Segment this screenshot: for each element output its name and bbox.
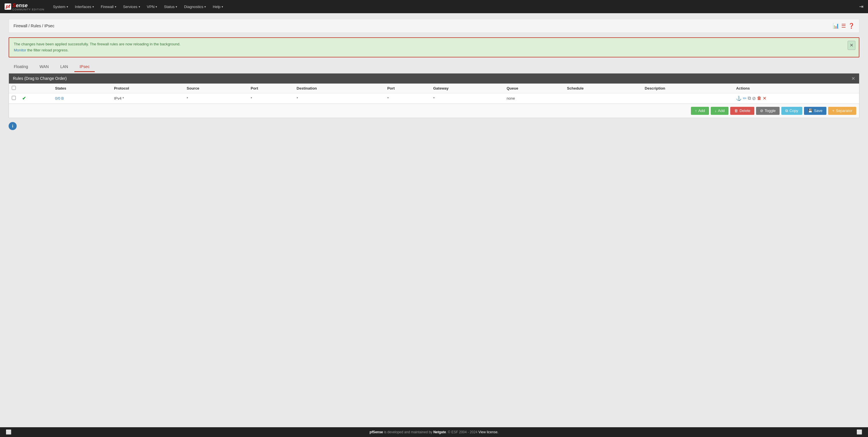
row-schedule-cell <box>564 93 642 103</box>
rules-table: States Protocol Source Port Destination … <box>9 84 859 104</box>
edit-icon[interactable]: ✏ <box>743 96 747 101</box>
col-dst-port: Port <box>384 84 430 93</box>
cancel-icon[interactable]: ✕ <box>763 96 766 101</box>
tab-wan[interactable]: WAN <box>34 62 54 72</box>
table-close-icon[interactable]: ✕ <box>851 76 855 81</box>
alert-close-button[interactable]: ✕ <box>848 41 856 50</box>
table-icon[interactable]: ☰ <box>841 23 846 29</box>
save-btn-icon: 💾 <box>808 108 813 113</box>
brand-name: Sense <box>12 3 28 8</box>
copy-btn-icon: ⧉ <box>785 108 788 113</box>
row-states-cell: 0/0 B <box>52 93 111 103</box>
col-source: Source <box>184 84 248 93</box>
row-queue-cell: none <box>504 93 564 103</box>
navbar-right: ⇥ <box>859 3 863 10</box>
success-alert: The changes have been applied successful… <box>9 37 859 57</box>
tabs-bar: Floating WAN LAN IPsec <box>9 62 859 72</box>
breadcrumb-firewall: Firewall <box>13 24 27 28</box>
delete-btn-icon: 🗑 <box>734 108 738 113</box>
info-section: i <box>9 122 859 130</box>
alert-monitor-link[interactable]: Monitor <box>14 48 26 52</box>
add-down-icon: ↓ <box>715 108 717 113</box>
nav-interfaces[interactable]: Interfaces ▾ <box>72 3 97 10</box>
rules-table-header: Rules (Drag to Change Order) ✕ <box>9 73 859 84</box>
states-link[interactable]: 0/0 B <box>55 96 64 100</box>
chevron-down-icon: ▾ <box>115 5 116 8</box>
tab-lan[interactable]: LAN <box>55 62 73 72</box>
row-actions-cell: ⚓ ✏ ⧉ ⊘ 🗑 ✕ <box>733 93 859 103</box>
nav-diagnostics[interactable]: Diagnostics ▾ <box>181 3 209 10</box>
copy-button[interactable]: ⧉ Copy <box>781 107 802 115</box>
row-action-icons: ⚓ ✏ ⧉ ⊘ 🗑 ✕ <box>736 96 856 101</box>
tab-ipsec[interactable]: IPsec <box>74 62 95 72</box>
col-gateway: Gateway <box>430 84 504 93</box>
navbar: pf Sense COMMUNITY EDITION System ▾ Inte… <box>0 0 868 13</box>
col-checkbox <box>9 84 19 93</box>
toggle-icon[interactable]: ⊘ <box>752 96 756 101</box>
col-protocol: Protocol <box>111 84 184 93</box>
col-states: States <box>52 84 111 93</box>
chevron-down-icon: ▾ <box>176 5 177 8</box>
breadcrumb-ipsec[interactable]: IPsec <box>44 24 54 28</box>
row-gateway-cell: * <box>430 93 504 103</box>
col-description: Description <box>642 84 733 93</box>
chevron-down-icon: ▾ <box>138 5 140 8</box>
chevron-down-icon: ▾ <box>92 5 94 8</box>
toggle-btn-icon: ⊘ <box>760 108 763 113</box>
table-row: ✔ 0/0 B IPv4 * * * * * * none <box>9 93 859 103</box>
toggle-button[interactable]: ⊘ Toggle <box>756 107 780 115</box>
separator-btn-icon: + <box>832 108 834 113</box>
anchor-icon[interactable]: ⚓ <box>736 96 742 101</box>
action-buttons-bar: ↑ Add ↓ Add 🗑 Delete ⊘ Toggle ⧉ Copy 💾 S <box>9 104 859 118</box>
logout-icon[interactable]: ⇥ <box>859 4 863 9</box>
separator-button[interactable]: + Separator <box>828 107 856 115</box>
row-dst-port-cell: * <box>384 93 430 103</box>
add-bottom-button[interactable]: ↓ Add <box>711 107 729 115</box>
nav-status[interactable]: Status ▾ <box>161 3 180 10</box>
row-checkbox[interactable] <box>12 96 16 100</box>
row-source-cell: * <box>184 93 248 103</box>
chevron-down-icon: ▾ <box>205 5 206 8</box>
chevron-down-icon: ▾ <box>67 5 68 8</box>
nav-system[interactable]: System ▾ <box>50 3 71 10</box>
row-description-cell <box>642 93 733 103</box>
nav-help[interactable]: Help ▾ <box>210 3 226 10</box>
status-enabled-icon: ✔ <box>22 96 26 101</box>
add-up-icon: ↑ <box>695 108 697 113</box>
row-src-port-cell: * <box>248 93 293 103</box>
col-schedule: Schedule <box>564 84 642 93</box>
chevron-down-icon: ▾ <box>156 5 157 8</box>
row-checkbox-cell <box>9 93 19 103</box>
chevron-down-icon: ▾ <box>222 5 223 8</box>
breadcrumb-bar: Firewall / Rules / IPsec 📊 ☰ ❓ <box>9 19 859 33</box>
breadcrumb: Firewall / Rules / IPsec <box>13 24 54 28</box>
col-queue: Queue <box>504 84 564 93</box>
tab-floating[interactable]: Floating <box>9 62 33 72</box>
nav-firewall[interactable]: Firewall ▾ <box>98 3 119 10</box>
delete-button[interactable]: 🗑 Delete <box>730 107 754 115</box>
select-all-checkbox[interactable] <box>12 86 16 90</box>
row-status-cell: ✔ <box>19 93 52 103</box>
nav-menu: System ▾ Interfaces ▾ Firewall ▾ Service… <box>50 3 226 10</box>
chart-icon[interactable]: 📊 <box>833 23 839 29</box>
col-actions: Actions <box>733 84 859 93</box>
col-status <box>19 84 52 93</box>
row-destination-cell: * <box>293 93 384 103</box>
delete-icon[interactable]: 🗑 <box>757 96 762 101</box>
nav-services[interactable]: Services ▾ <box>120 3 143 10</box>
col-destination: Destination <box>293 84 384 93</box>
breadcrumb-rules[interactable]: Rules <box>31 24 41 28</box>
col-src-port: Port <box>248 84 293 93</box>
rules-table-title: Rules (Drag to Change Order) <box>13 76 67 81</box>
info-icon[interactable]: i <box>9 122 17 130</box>
copy-icon[interactable]: ⧉ <box>748 96 751 101</box>
brand-logo[interactable]: pf Sense COMMUNITY EDITION <box>5 3 44 11</box>
row-protocol-cell: IPv4 * <box>111 93 184 103</box>
alert-suffix: the filter reload progress. <box>26 48 68 52</box>
nav-vpn[interactable]: VPN ▾ <box>144 3 160 10</box>
add-top-button[interactable]: ↑ Add <box>691 107 709 115</box>
help-icon[interactable]: ❓ <box>848 23 855 29</box>
main-content: Firewall / Rules / IPsec 📊 ☰ ❓ The chang… <box>0 13 868 136</box>
save-button[interactable]: 💾 Save <box>804 107 827 115</box>
brand-subtitle: COMMUNITY EDITION <box>12 8 44 11</box>
